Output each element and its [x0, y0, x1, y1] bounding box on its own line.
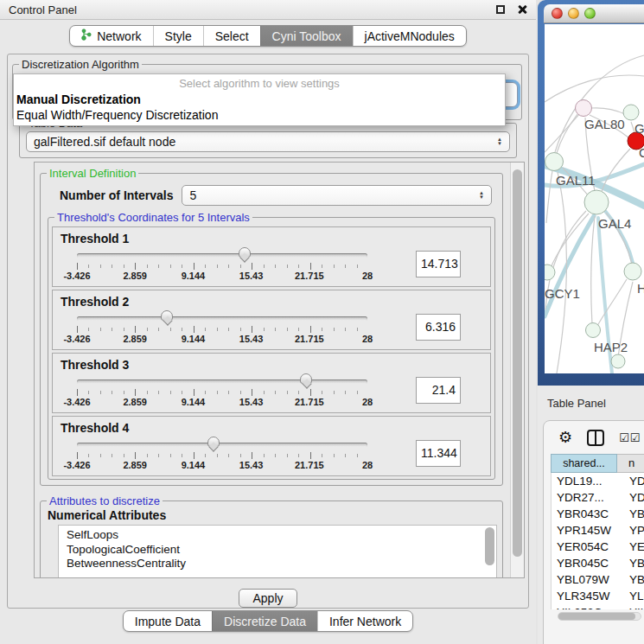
- list-item[interactable]: SelfLoops: [67, 528, 496, 543]
- table-row[interactable]: YBL079WYBL0: [552, 571, 644, 588]
- algorithm-dropdown-popup: Select algorithm to view settings Manual…: [13, 73, 506, 126]
- cyni-toolbox-panel: Discretization Algorithm Select algorith…: [7, 54, 529, 609]
- tab-infer-network[interactable]: Infer Network: [317, 611, 412, 631]
- table-row[interactable]: YDR27...YDR2: [552, 489, 644, 506]
- tab-impute-data[interactable]: Impute Data: [124, 611, 212, 631]
- scrollbar-thumb[interactable]: [513, 169, 522, 557]
- threshold-1-slider-thumb[interactable]: [239, 247, 251, 258]
- settings-vertical-scrollbar[interactable]: [510, 163, 524, 577]
- minimize-traffic-light-icon[interactable]: [568, 8, 579, 19]
- node-label-gcy1: GCY1: [545, 286, 580, 301]
- control-panel-titlebar: Control Panel: [0, 0, 536, 20]
- slider-tick-labels: -3.426 2.859 9.144 15.43 21.715 28: [77, 397, 367, 407]
- node-gal4[interactable]: [584, 190, 609, 214]
- table-horizontal-scrollbar[interactable]: [558, 612, 641, 621]
- tab-network-label: Network: [97, 26, 141, 47]
- threshold-2-value-field[interactable]: 6.316: [416, 314, 461, 341]
- table-header-row: shared... n: [551, 454, 644, 473]
- network-canvas[interactable]: GAL80 G C GAL11 GAL4 GCY1 H HAP2: [545, 24, 644, 373]
- select-columns-icon[interactable]: ☑☑: [619, 431, 641, 444]
- threshold-4-slider[interactable]: -3.426 2.859 9.144 15.43 21.715 28: [77, 435, 367, 471]
- tab-discretize-data[interactable]: Discretize Data: [212, 611, 317, 631]
- node-label-g: G: [634, 121, 644, 136]
- tab-cyni-toolbox[interactable]: Cyni Toolbox: [260, 26, 353, 46]
- node-partial-bottom[interactable]: [611, 354, 625, 368]
- node-h[interactable]: [624, 263, 641, 280]
- threshold-3-slider[interactable]: -3.426 2.859 9.144 15.43 21.715 28: [77, 372, 367, 408]
- apply-button[interactable]: Apply: [239, 589, 297, 608]
- split-columns-icon[interactable]: [587, 430, 604, 446]
- node-g[interactable]: [623, 105, 639, 120]
- tab-select-label: Select: [215, 26, 249, 47]
- node-gal80[interactable]: [576, 100, 592, 117]
- apply-row: Apply: [8, 589, 528, 608]
- tab-network[interactable]: Network: [70, 26, 152, 46]
- attributes-group-title: Attributes to discretize: [47, 494, 163, 507]
- table-row[interactable]: YDL19...YDL1: [552, 473, 644, 489]
- threshold-1-panel: Threshold 1 -3.426 2.859 9.144: [52, 226, 491, 287]
- scrollbar-thumb[interactable]: [558, 613, 635, 620]
- numerical-attributes-list[interactable]: SelfLoops TopologicalCoefficient Between…: [58, 525, 497, 578]
- threshold-4-value-field[interactable]: 11.344: [416, 440, 461, 467]
- node-label-hap2: HAP2: [594, 340, 628, 354]
- float-window-icon[interactable]: [496, 5, 505, 14]
- table-data-combobox[interactable]: galFiltered.sif default node ▲▼: [26, 131, 510, 152]
- algorithm-popup-hint: Select algorithm to view settings: [14, 74, 505, 92]
- table-row[interactable]: YBR045CYBR0: [552, 555, 644, 571]
- close-traffic-light-icon[interactable]: [552, 8, 563, 19]
- list-item[interactable]: TopologicalCoefficient: [67, 543, 496, 558]
- attributes-list-scrollbar[interactable]: [485, 527, 494, 565]
- threshold-3-label: Threshold 3: [61, 358, 490, 372]
- node-label-gal11: GAL11: [556, 173, 596, 188]
- node-attribute-table: shared... n YDL19...YDL1 YDR27...YDR2 YB…: [551, 454, 644, 621]
- settings-scroll-area: Interval Definition Number of Intervals …: [34, 162, 525, 578]
- tab-style[interactable]: Style: [153, 26, 203, 46]
- algorithm-option-manual[interactable]: Manual Discretization: [14, 92, 505, 107]
- threshold-1-slider[interactable]: -3.426 2.859 9.144 15.43 21.715 28: [77, 245, 367, 282]
- column-header-name[interactable]: n: [617, 454, 644, 473]
- threshold-1-value-field[interactable]: 14.713: [416, 251, 461, 277]
- tab-discretize-data-label: Discretize Data: [224, 611, 306, 632]
- interval-definition-group: Interval Definition Number of Intervals …: [40, 167, 503, 486]
- table-row[interactable]: YER054CYER0: [552, 539, 644, 555]
- window-title: Control Panel: [9, 3, 496, 16]
- table-row[interactable]: YBR043CYBR0: [552, 506, 644, 522]
- node-label-gal80: GAL80: [584, 117, 625, 131]
- tab-impute-data-label: Impute Data: [135, 611, 201, 632]
- tab-jactivemnodules-label: jActiveMNodules: [365, 26, 455, 47]
- table-row[interactable]: YPR145WYPR1: [552, 522, 644, 539]
- threshold-3-value-field[interactable]: 21.4: [416, 377, 461, 404]
- tab-infer-network-label: Infer Network: [329, 611, 401, 632]
- threshold-4-panel: Threshold 4 -3.426 2.859 9.144: [52, 416, 491, 476]
- tab-select[interactable]: Select: [203, 26, 260, 46]
- thresholds-group: Threshold's Coordinates for 5 Intervals …: [48, 211, 495, 480]
- list-item[interactable]: BetweennessCentrality: [67, 557, 496, 571]
- slider-track: [77, 253, 367, 258]
- number-of-intervals-label: Number of Intervals: [60, 188, 173, 202]
- slider-ticks: [77, 452, 368, 460]
- close-icon[interactable]: [517, 4, 527, 15]
- table-row[interactable]: YLR345WYLR3: [552, 588, 644, 604]
- tab-jactivemnodules[interactable]: jActiveMNodules: [353, 26, 466, 46]
- zoom-traffic-light-icon[interactable]: [584, 8, 596, 19]
- table-data-value: galFiltered.sif default node: [34, 135, 175, 149]
- column-header-shared-name[interactable]: shared...: [551, 454, 617, 473]
- threshold-2-panel: Threshold 2 -3.426 2.859 9.144: [52, 290, 491, 350]
- tab-cyni-toolbox-label: Cyni Toolbox: [272, 26, 341, 47]
- algorithm-option-equal-width[interactable]: Equal Width/Frequency Discretization: [14, 107, 505, 123]
- gear-icon[interactable]: ⚙: [558, 430, 572, 445]
- threshold-1-label: Threshold 1: [61, 232, 490, 245]
- threshold-4-slider-thumb[interactable]: [207, 437, 220, 447]
- table-rows: YDL19...YDL1 YDR27...YDR2 YBR043CYBR0 YP…: [551, 473, 644, 609]
- threshold-2-slider[interactable]: -3.426 2.859 9.144 15.43 21.715 28: [77, 309, 367, 345]
- number-of-intervals-combobox[interactable]: 5 ▲▼: [182, 185, 492, 206]
- interval-definition-title: Interval Definition: [47, 167, 138, 180]
- table-row[interactable]: YIL052CYIL0: [552, 604, 644, 609]
- threshold-4-label: Threshold 4: [61, 421, 490, 435]
- node-hap2[interactable]: [586, 323, 601, 338]
- threshold-3-slider-thumb[interactable]: [300, 373, 312, 384]
- threshold-2-slider-thumb[interactable]: [161, 310, 173, 321]
- node-gal11[interactable]: [545, 153, 564, 171]
- slider-track: [77, 443, 367, 447]
- bottom-tab-segmented-control: Impute Data Discretize Data Infer Networ…: [123, 610, 413, 632]
